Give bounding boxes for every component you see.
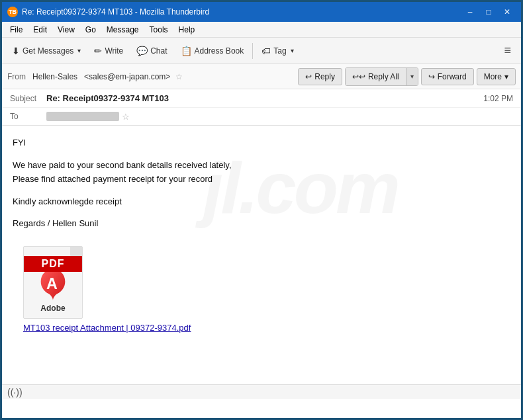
reply-arrow-icon: ↩	[305, 72, 312, 81]
get-messages-button[interactable]: ⬇ Get Messages ▾	[6, 41, 87, 61]
title-bar: TB Re: Receipt09372-9374 MT103 - Mozilla…	[2, 2, 521, 22]
subject-row: Subject Re: Receipt09372-9374 MT103 1:02…	[2, 89, 521, 108]
to-star-icon[interactable]: ☆	[122, 112, 130, 122]
body-paragraph3: Kindly acknownlegde receipt	[13, 195, 510, 208]
menu-view[interactable]: View	[52, 24, 80, 36]
toolbar-menu-button[interactable]: ≡	[498, 41, 517, 61]
reply-all-chevron-icon: ▾	[410, 73, 414, 80]
maximize-button[interactable]: □	[480, 5, 497, 19]
close-button[interactable]: ✕	[499, 5, 516, 19]
to-row: To ☆	[2, 108, 521, 125]
get-messages-icon: ⬇	[12, 46, 20, 56]
subject-label: Subject	[10, 94, 46, 103]
menu-bar: File Edit View Go Message Tools Help	[2, 22, 521, 38]
reply-all-split-button[interactable]: ↩↩ Reply All ▾	[345, 67, 418, 86]
menu-file[interactable]: File	[5, 24, 28, 36]
body-regards: Regards / Hellen Sunil	[13, 217, 510, 230]
pdf-document: PDF A	[23, 246, 83, 319]
pdf-attachment-icon[interactable]: PDF A	[23, 246, 83, 319]
forward-label: Forward	[438, 72, 467, 81]
more-label: More	[484, 72, 502, 81]
tag-button[interactable]: 🏷 Tag ▾	[256, 41, 299, 61]
menu-go[interactable]: Go	[80, 24, 101, 36]
reply-all-button[interactable]: ↩↩ Reply All	[346, 68, 406, 85]
get-messages-label: Get Messages	[23, 46, 73, 56]
write-label: Write	[105, 46, 123, 56]
reply-all-dropdown-button[interactable]: ▾	[406, 68, 418, 85]
wifi-icon: ((·))	[7, 387, 23, 398]
window-title: Re: Receipt09372-9374 MT103 - Mozilla Th…	[22, 7, 209, 17]
body-paragraph1: We have paid to your second bank details…	[13, 159, 510, 172]
email-body: jl.com FYI We have paid to your second b…	[2, 126, 521, 384]
from-email: <sales@em-japan.com>	[84, 72, 170, 81]
window-controls: – □ ✕	[461, 5, 516, 19]
recipient-redacted	[46, 112, 119, 121]
tag-icon: 🏷	[262, 46, 271, 56]
forward-icon: ↪	[428, 72, 435, 81]
menu-message[interactable]: Message	[101, 24, 144, 36]
address-book-icon: 📋	[181, 46, 192, 56]
email-time: 1:02 PM	[483, 94, 513, 103]
app-icon: TB	[7, 7, 18, 17]
attachment-link[interactable]: MT103 receipt Attachment | 09372-9374.pd…	[23, 323, 500, 333]
to-label: To	[10, 112, 46, 121]
body-greeting: FYI	[13, 136, 510, 149]
chat-label: Chat	[150, 46, 167, 56]
minimize-button[interactable]: –	[461, 5, 479, 19]
attachment-area: PDF A	[13, 239, 510, 338]
reply-all-icon: ↩↩	[352, 72, 365, 81]
write-button[interactable]: ✏ Write	[88, 41, 129, 61]
toolbar-separator	[252, 43, 253, 59]
from-info: From Hellen-Sales <sales@em-japan.com> ☆	[7, 72, 295, 81]
menu-edit[interactable]: Edit	[28, 24, 52, 36]
more-button[interactable]: More ▾	[477, 68, 516, 85]
tag-dropdown-icon: ▾	[291, 47, 294, 54]
toolbar: ⬇ Get Messages ▾ ✏ Write 💬 Chat 📋 Addres…	[2, 38, 521, 64]
reply-label: Reply	[314, 72, 335, 81]
chat-button[interactable]: 💬 Chat	[130, 41, 173, 61]
menu-tools[interactable]: Tools	[144, 24, 173, 36]
reply-all-label: Reply All	[368, 72, 399, 81]
subject-value: Re: Receipt09372-9374 MT103	[46, 93, 483, 103]
get-messages-dropdown-icon: ▾	[77, 47, 81, 54]
svg-text:A: A	[46, 275, 58, 292]
body-paragraph2: Please find attached payment receipt for…	[13, 173, 510, 186]
email-header: Subject Re: Receipt09372-9374 MT103 1:02…	[2, 89, 521, 126]
pdf-label: PDF	[24, 256, 82, 272]
reply-button[interactable]: ↩ Reply	[298, 68, 342, 85]
from-label: From	[7, 72, 26, 81]
status-bar: ((·))	[2, 384, 521, 399]
address-book-label: Address Book	[195, 46, 244, 56]
menu-help[interactable]: Help	[173, 24, 201, 36]
action-bar: From Hellen-Sales <sales@em-japan.com> ☆…	[2, 64, 521, 89]
adobe-label: Adobe	[40, 304, 65, 313]
more-chevron-icon: ▾	[504, 72, 508, 81]
star-icon[interactable]: ☆	[175, 72, 183, 81]
write-icon: ✏	[94, 46, 102, 56]
hamburger-icon: ≡	[504, 44, 511, 58]
chat-icon: 💬	[136, 46, 148, 56]
from-name: Hellen-Sales	[32, 72, 77, 81]
address-book-button[interactable]: 📋 Address Book	[175, 41, 250, 61]
forward-button[interactable]: ↪ Forward	[421, 68, 474, 85]
tag-label: Tag	[273, 46, 286, 56]
